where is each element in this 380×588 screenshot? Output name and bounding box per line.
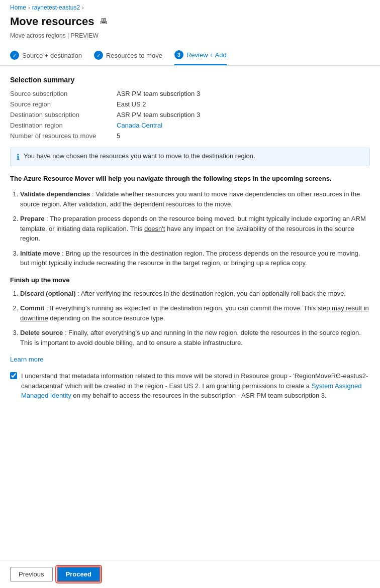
step-2-title: Prepare xyxy=(20,215,44,222)
tab-check-icon-1: ✓ xyxy=(10,51,19,60)
info-message: You have now chosen the resources you wa… xyxy=(24,152,255,160)
consent-checkbox-area: I understand that metadata information r… xyxy=(10,371,370,401)
consent-label: I understand that metadata information r… xyxy=(21,371,370,401)
finish-step-2-text2: depending on the source resource type. xyxy=(50,314,165,322)
label-dest-subscription: Destination subscription xyxy=(10,111,111,119)
info-box: ℹ You have now chosen the resources you … xyxy=(10,148,370,166)
tabs-container: ✓ Source + destination ✓ Resources to mo… xyxy=(0,45,380,66)
steps-intro: The Azure Resource Mover will help you n… xyxy=(10,174,370,183)
print-icon[interactable]: 🖶 xyxy=(100,17,108,26)
label-dest-region: Destination region xyxy=(10,122,111,129)
step-3-text: : Bring up the resources in the destinat… xyxy=(20,250,360,267)
finish-step-3-title: Delete source xyxy=(20,329,63,336)
tab-review-label: Review + Add xyxy=(186,51,227,59)
tab-review-add[interactable]: 3 Review + Add xyxy=(174,50,227,65)
breadcrumb-resource[interactable]: raynetest-eastus2 xyxy=(32,4,80,11)
tab-source-dest-label: Source + destination xyxy=(22,52,82,59)
page-title: Move resources xyxy=(10,15,94,28)
step-2-underline: doesn't xyxy=(144,225,165,232)
finish-step-1: Discard (optional) : After verifying the… xyxy=(20,289,370,299)
finish-step-2-title: Commit xyxy=(20,304,44,312)
consent-label-part2: on my behalf to access the resources in … xyxy=(71,392,327,399)
finish-step-1-text: : After verifying the resources in the d… xyxy=(77,290,346,297)
tab-check-icon-2: ✓ xyxy=(94,51,103,60)
steps-list: Validate dependencies : Validate whether… xyxy=(10,189,370,268)
finish-step-2-text: : If everything's running as expected in… xyxy=(46,304,332,312)
value-dest-subscription: ASR PM team subscription 3 xyxy=(117,111,370,119)
finish-step-3-text: : Finally, after everything's up and run… xyxy=(20,329,361,346)
label-source-region: Source region xyxy=(10,100,111,108)
value-source-subscription: ASR PM team subscription 3 xyxy=(117,90,370,97)
tab-resources-label: Resources to move xyxy=(106,52,162,59)
tab-resources-to-move[interactable]: ✓ Resources to move xyxy=(94,51,162,65)
previous-button[interactable]: Previous xyxy=(10,567,53,581)
footer: Previous Proceed xyxy=(0,560,380,588)
selection-summary-title: Selection summary xyxy=(10,76,370,84)
step-3-title: Initiate move xyxy=(20,250,60,257)
step-item-1: Validate dependencies : Validate whether… xyxy=(20,189,370,209)
step-item-2: Prepare : The preparation process depend… xyxy=(20,214,370,244)
finish-step-1-title: Discard (optional) xyxy=(20,290,76,297)
consent-checkbox[interactable] xyxy=(10,372,17,379)
value-dest-region: Canada Central xyxy=(117,122,370,129)
finish-step-3: Delete source : Finally, after everythin… xyxy=(20,328,370,347)
step-1-title: Validate dependencies xyxy=(20,190,90,198)
proceed-button[interactable]: Proceed xyxy=(57,566,101,582)
label-source-subscription: Source subscription xyxy=(10,90,111,97)
info-icon: ℹ xyxy=(17,153,20,162)
tab-source-destination[interactable]: ✓ Source + destination xyxy=(10,51,82,65)
value-num-resources: 5 xyxy=(117,132,370,140)
page-header: Move resources 🖶 xyxy=(0,13,380,32)
learn-more-link[interactable]: Learn more xyxy=(10,356,43,363)
page-subtitle: Move across regions | PREVIEW xyxy=(0,32,380,45)
finish-steps-list: Discard (optional) : After verifying the… xyxy=(10,289,370,348)
breadcrumb: Home › raynetest-eastus2 › xyxy=(0,0,380,13)
breadcrumb-home[interactable]: Home xyxy=(10,4,26,11)
main-content: Selection summary Source subscription AS… xyxy=(0,66,380,421)
value-source-region: East US 2 xyxy=(117,100,370,108)
finish-title: Finish up the move xyxy=(10,276,370,284)
label-num-resources: Number of resources to move xyxy=(10,132,111,140)
tab-step-num-3: 3 xyxy=(174,50,183,59)
finish-step-2: Commit : If everything's running as expe… xyxy=(20,303,370,323)
step-item-3: Initiate move : Bring up the resources i… xyxy=(20,249,370,268)
summary-grid: Source subscription ASR PM team subscrip… xyxy=(10,90,370,140)
